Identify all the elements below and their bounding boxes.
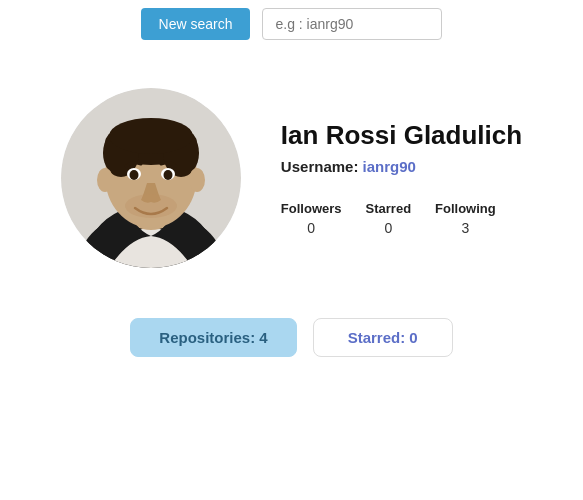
followers-label: Followers	[281, 201, 342, 216]
tab-starred[interactable]: Starred: 0	[313, 318, 453, 357]
svg-point-8	[109, 118, 193, 154]
profile-section: Ian Rossi Gladulich Username: ianrg90 Fo…	[0, 88, 583, 268]
username-label: Username:	[281, 158, 359, 175]
profile-name: Ian Rossi Gladulich	[281, 120, 522, 151]
top-bar: New search	[0, 0, 583, 48]
avatar	[61, 88, 241, 268]
svg-point-9	[97, 168, 113, 192]
svg-point-14	[163, 170, 172, 180]
tab-repositories[interactable]: Repositories: 4	[130, 318, 296, 357]
new-search-button[interactable]: New search	[141, 8, 251, 40]
following-value: 3	[462, 220, 470, 236]
tabs-row: Repositories: 4 Starred: 0	[0, 318, 583, 357]
following-label: Following	[435, 201, 496, 216]
profile-username-row: Username: ianrg90	[281, 158, 522, 175]
svg-point-13	[129, 170, 138, 180]
stat-starred: Starred 0	[366, 201, 412, 236]
starred-label: Starred	[366, 201, 412, 216]
starred-value: 0	[384, 220, 392, 236]
stat-followers: Followers 0	[281, 201, 342, 236]
username-link[interactable]: ianrg90	[363, 158, 416, 175]
profile-info: Ian Rossi Gladulich Username: ianrg90 Fo…	[281, 120, 522, 235]
stats-row: Followers 0 Starred 0 Following 3	[281, 201, 522, 236]
stat-following: Following 3	[435, 201, 496, 236]
svg-point-15	[125, 194, 177, 218]
followers-value: 0	[307, 220, 315, 236]
svg-point-10	[189, 168, 205, 192]
search-input[interactable]	[262, 8, 442, 40]
